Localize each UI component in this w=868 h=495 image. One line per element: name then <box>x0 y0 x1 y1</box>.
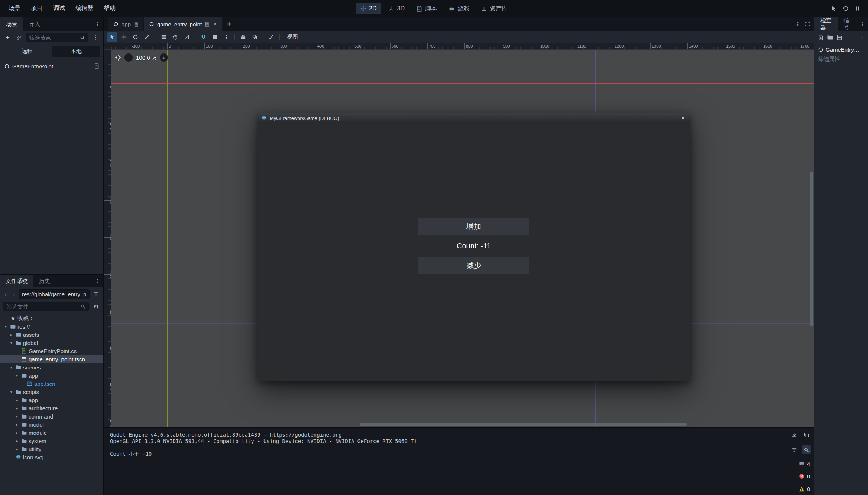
fs-item-global[interactable]: ▾ global <box>0 339 103 347</box>
group-selection-button[interactable] <box>249 32 260 42</box>
vertical-scrollbar[interactable] <box>810 172 813 326</box>
instance-scene-button[interactable] <box>14 33 23 42</box>
smart-snap-toggle[interactable] <box>198 32 208 42</box>
minimize-button[interactable]: − <box>644 113 657 123</box>
snap-options-button[interactable] <box>221 32 231 42</box>
list-select-button[interactable] <box>158 32 169 42</box>
fs-item-utility[interactable]: ▸ utility <box>0 445 103 453</box>
lock-selection-button[interactable] <box>238 32 248 42</box>
save-resource-icon[interactable] <box>836 35 842 40</box>
close-tab-icon[interactable]: × <box>213 20 217 28</box>
grid-snap-toggle[interactable] <box>210 32 220 42</box>
new-scene-tab-button[interactable]: + <box>223 17 236 31</box>
fs-item-scenes-app[interactable]: ▾ app <box>0 371 103 380</box>
expand-viewport-icon[interactable] <box>805 22 810 27</box>
game-window[interactable]: MyGFrameworkGame (DEBUG) − □ × 1.0× 输入 2… <box>258 113 690 381</box>
copy-log-button[interactable] <box>802 430 811 439</box>
expand-arrow-icon[interactable]: ▸ <box>14 406 19 411</box>
filter-nodes-field[interactable] <box>26 33 88 42</box>
zoom-level[interactable]: 100.0 % <box>136 55 156 61</box>
workspace-script-button[interactable]: 脚本 <box>412 2 442 15</box>
move-tool-button[interactable] <box>119 32 129 42</box>
warnings-badge[interactable]: 0 <box>798 486 811 492</box>
sort-files-button[interactable] <box>91 302 100 311</box>
scale-tool-button[interactable] <box>142 32 152 42</box>
remote-button[interactable]: 远程 <box>3 46 51 57</box>
expand-arrow-icon[interactable]: ▸ <box>9 332 14 337</box>
menu-project[interactable]: 项目 <box>26 2 48 15</box>
workspace-assetlib-button[interactable]: 资产库 <box>476 2 512 15</box>
ruler-tool-button[interactable] <box>181 32 192 42</box>
pick-cursor-icon[interactable] <box>831 6 837 12</box>
game-window-titlebar[interactable]: MyGFrameworkGame (DEBUG) − □ × <box>258 113 690 123</box>
fs-favorites[interactable]: ★ 收藏： <box>0 314 103 322</box>
fs-item-icon-svg[interactable]: icon.svg <box>0 453 103 461</box>
inspector-filter[interactable] <box>814 54 868 64</box>
collapse-duplicates-button[interactable] <box>790 445 799 454</box>
filesystem-menu-button[interactable] <box>92 275 103 287</box>
fs-item-command[interactable]: ▸ command <box>0 412 103 420</box>
expand-arrow-icon[interactable]: ▸ <box>14 398 19 403</box>
search-messages-button[interactable] <box>802 445 811 454</box>
load-resource-folder-icon[interactable] <box>827 35 833 40</box>
zoom-in-button[interactable]: + <box>160 53 168 62</box>
reload-icon[interactable] <box>843 6 849 12</box>
scene-tree-root-node[interactable]: GameEntryPoint <box>0 61 103 72</box>
expand-arrow-icon[interactable]: ▸ <box>14 414 19 419</box>
tab-scene-dock[interactable]: 场景 <box>0 17 23 31</box>
filter-properties-input[interactable] <box>818 56 865 62</box>
close-button[interactable]: × <box>676 113 690 123</box>
filter-files-input[interactable] <box>6 303 78 310</box>
workspace-2d-button[interactable]: 2D <box>356 3 381 14</box>
save-log-button[interactable] <box>790 430 799 439</box>
expand-arrow-icon[interactable]: ▸ <box>14 447 19 452</box>
fs-item-gameentrypoint-cs[interactable]: GameEntryPoint.cs <box>0 347 103 355</box>
center-view-icon[interactable] <box>115 55 121 61</box>
scene-tab-game-entry-point[interactable]: game_entry_point × <box>144 17 222 31</box>
menu-scene[interactable]: 场景 <box>4 2 25 15</box>
horizontal-scrollbar[interactable] <box>360 423 687 426</box>
expand-arrow-icon[interactable]: ▾ <box>9 390 14 394</box>
fs-item-architecture[interactable]: ▸ architecture <box>0 404 103 412</box>
fs-item-scenes[interactable]: ▾ scenes <box>0 363 103 371</box>
menu-debug[interactable]: 调试 <box>48 2 70 15</box>
filter-files-field[interactable] <box>3 302 89 311</box>
split-view-button[interactable] <box>91 290 100 299</box>
left-dock-menu-button[interactable] <box>92 17 103 31</box>
fs-item-module[interactable]: ▸ module <box>0 429 103 437</box>
vertical-ruler[interactable]: 0100200300400500600700800900 <box>104 50 111 427</box>
tab-history[interactable]: 历史 <box>33 275 56 287</box>
errors-badge[interactable]: 0 <box>798 473 811 480</box>
scene-dock-menu-button[interactable] <box>91 33 100 42</box>
menu-editor[interactable]: 编辑器 <box>71 2 98 15</box>
decrease-button[interactable]: 减少 <box>418 257 529 274</box>
increase-button[interactable]: 增加 <box>418 218 529 235</box>
path-field[interactable] <box>19 289 90 299</box>
add-node-button[interactable]: + <box>3 33 12 42</box>
output-panel[interactable]: Godot Engine v4.6.stable.mono.official.8… <box>104 427 814 495</box>
expand-arrow-icon[interactable]: ▸ <box>14 430 19 435</box>
pause-icon[interactable] <box>855 6 861 12</box>
forward-button[interactable]: › <box>11 291 17 298</box>
horizontal-ruler[interactable]: -100010020030040050060070080090010001100… <box>111 43 814 50</box>
tab-signals[interactable]: 信号 <box>838 17 857 31</box>
expand-arrow-icon[interactable]: ▸ <box>14 422 19 427</box>
expand-arrow-icon[interactable]: ▾ <box>14 373 19 378</box>
fs-item-scripts[interactable]: ▾ scripts <box>0 388 103 396</box>
maximize-button[interactable]: □ <box>660 113 673 123</box>
right-dock-menu-button[interactable] <box>857 17 868 31</box>
tab-import-dock[interactable]: 导入 <box>23 17 46 31</box>
inspector-menu-dots-icon[interactable] <box>859 35 865 40</box>
fs-item-app-tscn[interactable]: app.tscn <box>0 380 103 388</box>
skeleton-options-button[interactable] <box>266 32 276 42</box>
expand-arrow-icon[interactable]: ▾ <box>9 365 14 370</box>
fs-item-scripts-app[interactable]: ▸ app <box>0 396 103 404</box>
expand-arrow-icon[interactable]: ▾ <box>3 324 8 329</box>
view-menu-button[interactable]: 视图 <box>283 32 302 42</box>
attached-script-icon[interactable] <box>94 63 99 69</box>
filter-nodes-input[interactable] <box>29 35 78 41</box>
tab-filesystem[interactable]: 文件系统 <box>0 275 33 287</box>
fs-item-assets[interactable]: ▸ assets <box>0 330 103 339</box>
path-input[interactable] <box>22 291 86 297</box>
expand-arrow-icon[interactable]: ▾ <box>9 341 14 345</box>
